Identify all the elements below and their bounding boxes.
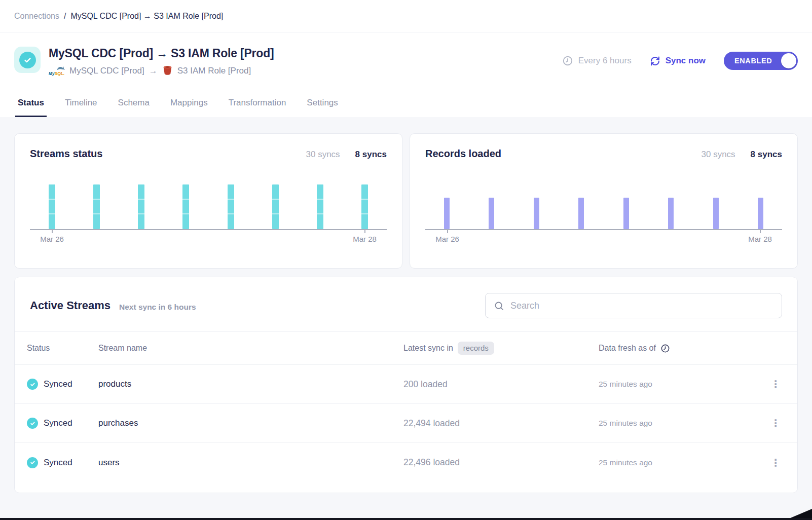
- arrow-right-icon: →: [149, 66, 158, 76]
- filter-30-syncs[interactable]: 30 syncs: [702, 150, 735, 160]
- tab-status[interactable]: Status: [15, 98, 47, 117]
- synced-check-icon: [27, 457, 38, 468]
- connection-endpoints: MySQL. MySQL CDC [Prod] → S3 IAM Role [P…: [49, 65, 274, 77]
- streams-status-chart: Mar 26 Mar 28: [30, 184, 387, 243]
- x-axis-tick: [447, 230, 448, 233]
- records-loaded-title: Records loaded: [425, 148, 501, 160]
- sync-bar[interactable]: [93, 184, 100, 229]
- sync-bar[interactable]: [578, 198, 584, 229]
- sync-bar[interactable]: [534, 198, 539, 229]
- sync-bar[interactable]: [49, 184, 55, 229]
- destination-name: S3 IAM Role [Prod]: [177, 66, 251, 76]
- row-menu-button[interactable]: ⋮: [766, 415, 785, 431]
- toggle-knob[interactable]: [781, 53, 796, 68]
- active-streams-title: Active Streams: [30, 299, 110, 312]
- records-loaded: 22,494 loaded: [403, 418, 599, 429]
- tab-transformation[interactable]: Transformation: [226, 98, 289, 117]
- sync-bar[interactable]: [713, 198, 719, 229]
- table-row-users[interactable]: Synced users 22,496 loaded 25 minutes ag…: [15, 443, 797, 482]
- sync-bar[interactable]: [138, 184, 144, 229]
- stream-name: purchases: [98, 418, 403, 428]
- mysql-logo-icon: MySQL.: [49, 65, 65, 77]
- streams-table-header: Status Stream name Latest sync in record…: [15, 331, 797, 365]
- svg-text:MySQL.: MySQL.: [49, 70, 65, 76]
- x-axis-tick: [760, 230, 761, 233]
- sync-bar[interactable]: [361, 184, 368, 229]
- sync-bar[interactable]: [668, 198, 674, 229]
- search-input[interactable]: [510, 301, 773, 311]
- sync-now-label: Sync now: [666, 56, 706, 66]
- clock-icon: [562, 55, 573, 66]
- source-name: MySQL CDC [Prod]: [69, 66, 144, 76]
- tab-mappings[interactable]: Mappings: [168, 98, 210, 117]
- sync-bar[interactable]: [489, 198, 494, 229]
- connection-status-avatar: [14, 47, 41, 73]
- x-axis-label-start: Mar 26: [40, 235, 64, 243]
- check-circle-icon: [19, 52, 36, 68]
- sync-schedule: Every 6 hours: [562, 55, 632, 66]
- search-box[interactable]: [485, 293, 782, 318]
- sync-bar[interactable]: [758, 198, 763, 229]
- bottom-edge-strip: [0, 518, 812, 520]
- row-status: Synced: [44, 418, 72, 428]
- x-axis-label-end: Mar 28: [353, 235, 377, 243]
- x-axis-label-end: Mar 28: [748, 235, 772, 243]
- filter-8-syncs[interactable]: 8 syncs: [355, 150, 387, 160]
- sync-bar[interactable]: [623, 198, 629, 229]
- records-unit-badge[interactable]: records: [458, 342, 494, 355]
- connection-tabs: Status Timeline Schema Mappings Transfor…: [14, 98, 798, 117]
- records-loaded: 200 loaded: [403, 379, 599, 390]
- page-title: MySQL CDC [Prod] → S3 IAM Role [Prod]: [49, 47, 274, 60]
- data-fresh: 25 minutes ago: [599, 419, 766, 428]
- filter-8-syncs[interactable]: 8 syncs: [751, 150, 782, 160]
- tab-schema[interactable]: Schema: [116, 98, 152, 117]
- tab-timeline[interactable]: Timeline: [62, 98, 100, 117]
- synced-check-icon: [27, 379, 38, 390]
- x-axis-tick: [52, 230, 53, 233]
- breadcrumb-separator: /: [64, 12, 66, 21]
- schedule-label: Every 6 hours: [578, 56, 632, 66]
- enabled-toggle[interactable]: ENABLED: [724, 52, 798, 70]
- active-streams-card: Active Streams Next sync in 6 hours Stat…: [14, 277, 798, 493]
- search-icon: [494, 301, 504, 311]
- sync-now-button[interactable]: Sync now: [650, 56, 706, 66]
- column-stream-name: Stream name: [98, 344, 403, 353]
- table-row-purchases[interactable]: Synced purchases 22,494 loaded 25 minute…: [15, 404, 797, 443]
- records-loaded-chart: Mar 26 Mar 28: [425, 184, 782, 243]
- synced-check-icon: [27, 418, 38, 429]
- column-status: Status: [27, 344, 98, 353]
- data-fresh: 25 minutes ago: [599, 380, 766, 389]
- streams-status-bars[interactable]: [30, 184, 387, 229]
- x-axis-label-start: Mar 26: [435, 235, 459, 243]
- filter-30-syncs[interactable]: 30 syncs: [306, 150, 340, 160]
- breadcrumb: Connections / MySQL CDC [Prod] → S3 IAM …: [0, 0, 812, 32]
- s3-bucket-icon: [162, 65, 173, 77]
- sync-bar[interactable]: [272, 184, 279, 229]
- tab-settings[interactable]: Settings: [304, 98, 340, 117]
- records-loaded: 22,496 loaded: [403, 457, 599, 468]
- column-data-fresh: Data fresh as of: [599, 344, 656, 353]
- streams-status-card: Streams status 30 syncs 8 syncs Mar 26 M…: [14, 133, 402, 269]
- column-latest-sync: Latest sync in: [403, 344, 453, 353]
- connection-header: MySQL CDC [Prod] → S3 IAM Role [Prod] My…: [0, 32, 812, 117]
- sync-bar[interactable]: [444, 198, 450, 229]
- sync-bar[interactable]: [182, 184, 189, 229]
- breadcrumb-current: MySQL CDC [Prod] → S3 IAM Role [Prod]: [70, 12, 223, 21]
- sync-bar[interactable]: [228, 184, 234, 229]
- stream-name: users: [98, 458, 403, 468]
- data-fresh: 25 minutes ago: [599, 458, 766, 467]
- sync-bar[interactable]: [317, 184, 323, 229]
- x-axis-tick: [364, 230, 365, 233]
- table-row-products[interactable]: Synced products 200 loaded 25 minutes ag…: [15, 365, 797, 404]
- refresh-icon: [650, 56, 660, 66]
- row-status: Synced: [44, 379, 72, 389]
- records-loaded-bars[interactable]: [425, 184, 782, 229]
- row-status: Synced: [44, 458, 72, 468]
- clock-icon: [660, 344, 670, 353]
- row-menu-button[interactable]: ⋮: [766, 455, 785, 471]
- breadcrumb-connections-link[interactable]: Connections: [14, 12, 59, 21]
- next-sync-label: Next sync in 6 hours: [119, 303, 196, 312]
- stream-name: products: [98, 379, 403, 389]
- row-menu-button[interactable]: ⋮: [766, 376, 785, 392]
- streams-status-title: Streams status: [30, 148, 102, 160]
